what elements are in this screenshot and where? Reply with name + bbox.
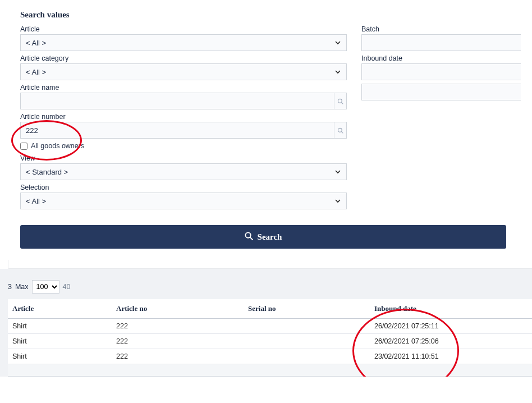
- inbound-date-input-wrap: [361, 63, 521, 80]
- cell-inbound-date: 26/02/2021 07:25:11: [370, 319, 532, 334]
- table-footer: [8, 364, 532, 377]
- search-form: Article < All > Article category < All >: [20, 25, 521, 213]
- col-inbound-date[interactable]: Inbound date: [370, 299, 532, 319]
- view-label: View: [20, 154, 347, 162]
- batch-field-wrap: Batch: [361, 25, 521, 51]
- svg-point-0: [338, 99, 342, 103]
- table-row[interactable]: Shirt22223/02/2021 11:10:51: [8, 349, 532, 364]
- col-serial-no[interactable]: Serial no: [244, 299, 370, 319]
- results-area: 3 Max 100 40 Article Article no Serial n…: [0, 269, 532, 377]
- all-goods-owners-checkbox[interactable]: All goods owners: [20, 142, 347, 150]
- pager: 3 Max 100 40: [8, 277, 532, 299]
- article-number-input[interactable]: [21, 122, 334, 138]
- article-field-wrap: Article < All >: [20, 25, 347, 51]
- chevron-down-icon: [334, 168, 341, 175]
- batch-label: Batch: [361, 25, 521, 33]
- view-select-value: < Standard >: [26, 168, 68, 176]
- results-table: Article Article no Serial no Inbound dat…: [8, 299, 532, 364]
- article-category-label: Article category: [20, 54, 347, 62]
- selection-select[interactable]: < All >: [20, 193, 347, 209]
- inbound-date-input[interactable]: [362, 64, 521, 80]
- article-number-field-wrap: Article number: [20, 113, 347, 139]
- cell-article: Shirt: [8, 334, 112, 349]
- cell-article: Shirt: [8, 349, 112, 364]
- selection-select-value: < All >: [26, 197, 46, 205]
- article-number-input-wrap: [20, 122, 347, 139]
- cell-article: Shirt: [8, 319, 112, 334]
- unnamed-input-wrap: [361, 84, 521, 100]
- svg-line-3: [342, 131, 343, 133]
- search-button[interactable]: Search: [20, 225, 506, 249]
- svg-point-2: [338, 128, 342, 132]
- unnamed-field-wrap: [361, 84, 521, 100]
- article-category-field-wrap: Article category < All >: [20, 54, 347, 80]
- search-icon[interactable]: [334, 93, 346, 109]
- cell-serial-no: [244, 319, 370, 334]
- cell-article-no: 222: [112, 334, 244, 349]
- panel-divider: [8, 260, 532, 269]
- inbound-date-label: Inbound date: [361, 54, 521, 62]
- col-article[interactable]: Article: [8, 299, 112, 319]
- article-name-input-wrap: [20, 93, 347, 109]
- page-size-select[interactable]: 100: [32, 280, 59, 294]
- chevron-down-icon: [334, 198, 341, 204]
- svg-line-5: [250, 237, 252, 239]
- chevron-down-icon: [334, 68, 341, 75]
- batch-input[interactable]: [362, 35, 521, 51]
- cell-article-no: 222: [112, 349, 244, 364]
- chevron-down-icon: [334, 39, 341, 46]
- table-header-row: Article Article no Serial no Inbound dat…: [8, 299, 532, 319]
- article-name-field-wrap: Article name: [20, 84, 347, 109]
- view-select[interactable]: < Standard >: [20, 163, 347, 180]
- cell-inbound-date: 26/02/2021 07:25:06: [370, 334, 532, 349]
- col-article-no[interactable]: Article no: [112, 299, 244, 319]
- article-category-select-value: < All >: [26, 68, 46, 76]
- cell-serial-no: [244, 334, 370, 349]
- search-panel: Search values Article < All > Article ca…: [0, 0, 532, 260]
- pager-total: 40: [63, 283, 71, 291]
- search-button-label: Search: [258, 232, 282, 242]
- page-title: Search values: [20, 10, 521, 20]
- search-icon[interactable]: [334, 122, 346, 138]
- all-goods-owners-checkbox-input[interactable]: [20, 143, 27, 150]
- cell-article-no: 222: [112, 319, 244, 334]
- all-goods-owners-label: All goods owners: [31, 142, 84, 150]
- inbound-date-field-wrap: Inbound date: [361, 54, 521, 80]
- selection-label: Selection: [20, 184, 347, 191]
- batch-input-wrap: [361, 34, 521, 51]
- article-label: Article: [20, 25, 347, 33]
- cell-serial-no: [244, 349, 370, 364]
- article-name-label: Article name: [20, 84, 347, 91]
- cell-inbound-date: 23/02/2021 11:10:51: [370, 349, 532, 364]
- svg-line-1: [342, 102, 343, 104]
- result-count: 3: [8, 283, 12, 291]
- unnamed-input[interactable]: [362, 84, 521, 100]
- article-select[interactable]: < All >: [20, 34, 347, 51]
- pager-max-label: Max: [15, 283, 29, 291]
- article-category-select[interactable]: < All >: [20, 63, 347, 80]
- table-row[interactable]: Shirt22226/02/2021 07:25:06: [8, 334, 532, 349]
- article-number-label: Article number: [20, 113, 347, 121]
- article-select-value: < All >: [26, 39, 46, 47]
- table-row[interactable]: Shirt22226/02/2021 07:25:11: [8, 319, 532, 334]
- article-name-input[interactable]: [21, 93, 334, 109]
- view-field-wrap: View < Standard >: [20, 154, 347, 180]
- selection-field-wrap: Selection < All >: [20, 184, 347, 209]
- search-icon: [245, 232, 253, 242]
